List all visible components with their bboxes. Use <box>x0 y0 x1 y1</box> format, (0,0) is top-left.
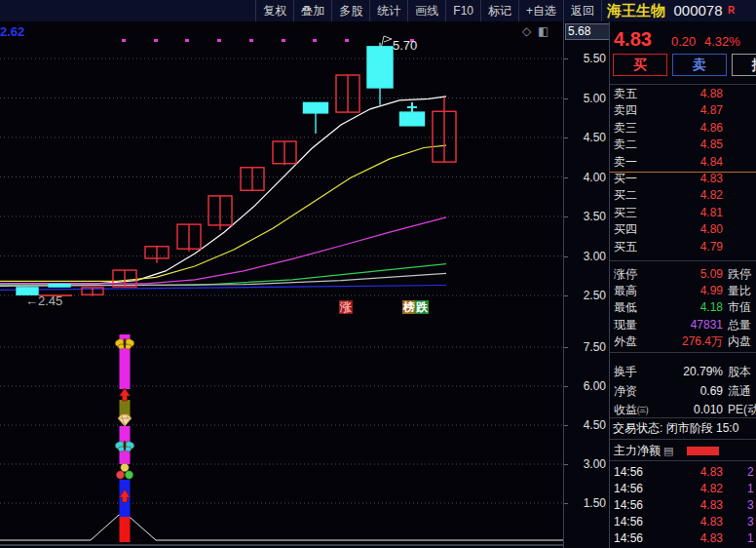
price-axis-column: 5.68 5.505.004.504.003.503.002.507.506.0… <box>563 21 610 548</box>
level-label: 买五 <box>614 239 637 255</box>
stat-label: 现量 <box>614 317 637 333</box>
detail-list-icon[interactable]: ▤ <box>663 445 673 456</box>
level-price: 4.84 <box>653 154 723 171</box>
stat-row: 现量47831总量 <box>610 317 756 333</box>
tick-price: 4.82 <box>653 481 723 497</box>
price-change: 0.20 <box>671 34 696 49</box>
candle <box>304 102 328 113</box>
tick-volume-clipped: 2 <box>747 464 754 481</box>
indicator-segment <box>120 400 131 416</box>
toolbar-item-叠加[interactable]: 叠加 <box>293 0 331 21</box>
stat-row: 最低4.18市值 <box>610 299 756 316</box>
toolbar-item-+自选[interactable]: +自选 <box>518 0 563 21</box>
indicator-value-label: 2.62 <box>0 24 24 39</box>
tick-volume-clipped: 3 <box>747 497 754 514</box>
price-tick-label: 3.50 <box>567 210 606 223</box>
indicator-chart-panel[interactable] <box>0 314 563 546</box>
stat-label: 净资 <box>614 383 637 400</box>
level-label: 卖一 <box>614 154 637 171</box>
indicator-tick-label: 4.50 <box>567 418 606 432</box>
trade-button-卖[interactable]: 卖 <box>672 54 727 76</box>
divider <box>610 417 756 418</box>
tick-price: 4.83 <box>653 464 723 481</box>
indicator-tick-label: 6.00 <box>567 379 606 393</box>
candle <box>82 288 103 294</box>
stat-label: 最低 <box>614 299 637 316</box>
tick-row: 14:564.832 <box>610 464 756 481</box>
stat-label: 换手 <box>614 364 637 380</box>
toolbar-item-复权[interactable]: 复权 <box>255 0 293 21</box>
stat-value: 4.18 <box>653 299 723 316</box>
price-tick-label: 2.50 <box>567 289 606 302</box>
stat-label: 最高 <box>614 283 637 299</box>
stock-title: 海王生物 000078 R <box>607 0 735 21</box>
main-force-label: 主力净额 <box>614 444 661 457</box>
trading-app-window: 复权叠加多股统计画线F10标记+自选返回 海王生物 000078 R 2.62 … <box>0 0 756 548</box>
level-price: 4.82 <box>653 187 723 204</box>
toolbar-item-标记[interactable]: 标记 <box>480 0 518 21</box>
order-level-row: 卖四4.87 <box>610 102 756 119</box>
candle <box>273 141 296 164</box>
stat-value: 0.010 <box>653 402 723 418</box>
stat-label-right: 内盘 <box>728 333 751 350</box>
candlestick-chart: 5.70←2.45 <box>0 21 563 314</box>
trade-button-撤[interactable]: 撤 <box>732 54 756 76</box>
price-tick-label: 4.50 <box>567 131 606 144</box>
price-tick-label: 3.00 <box>567 250 606 263</box>
tick-row: 14:564.831 <box>610 530 756 547</box>
tick-price: 4.83 <box>653 530 723 547</box>
candle <box>367 47 393 88</box>
price-change-percent: 4.32% <box>704 34 740 49</box>
trade-button-买[interactable]: 买 <box>613 54 667 76</box>
rank-badge-涨[interactable]: 涨 <box>339 300 353 314</box>
level-label: 买三 <box>614 205 637 221</box>
candlestick-chart-panel[interactable]: 2.62 5.70←2.45 ◇◧涨榜跌 <box>0 21 563 315</box>
rank-badge-榜[interactable]: 榜 <box>402 300 416 314</box>
toolbar-item-F10[interactable]: F10 <box>445 0 480 21</box>
diamond-gem-icon <box>118 414 132 426</box>
indicator-tick-label: 3.00 <box>567 457 606 471</box>
tick-time: 14:56 <box>614 481 643 497</box>
last-price: 4.83 <box>614 28 652 51</box>
stat-label-right: 流通 <box>728 383 751 400</box>
stat-label-right: PE(动 <box>728 402 756 418</box>
cyan-butterfly-icon <box>114 440 135 451</box>
diamond-icon[interactable]: ◇ <box>522 24 531 38</box>
price-tick-label: 5.00 <box>567 92 606 105</box>
stat-row: 收益㈢0.010PE(动 <box>610 402 756 418</box>
level-price: 4.86 <box>653 120 723 137</box>
split-pane-icon[interactable]: ◧ <box>538 24 548 38</box>
candle <box>400 112 425 126</box>
tick-time: 14:56 <box>614 530 643 547</box>
main-force-bar <box>687 447 719 455</box>
candle <box>336 75 359 112</box>
trading-status: 交易状态: 闭市阶段 15:0 <box>613 420 756 437</box>
tick-volume-clipped: 1 <box>747 530 754 547</box>
tick-time: 14:56 <box>614 464 643 481</box>
divider <box>610 439 756 440</box>
order-level-row: 买五4.79 <box>610 239 756 255</box>
toolbar-item-画线[interactable]: 画线 <box>407 0 445 21</box>
tick-row: 14:564.833 <box>610 497 756 514</box>
level-label: 买四 <box>614 221 637 238</box>
quote-panel: 4.83 0.20 4.32% 买卖撤 卖五4.88卖四4.87卖三4.86卖二… <box>609 21 756 548</box>
toolbar-item-返回[interactable]: 返回 <box>563 0 602 21</box>
divider <box>610 460 756 461</box>
order-level-row: 买四4.80 <box>610 221 756 238</box>
rank-badge-跌[interactable]: 跌 <box>415 300 429 314</box>
toolbar-item-多股[interactable]: 多股 <box>331 0 369 21</box>
divider <box>610 172 756 173</box>
stat-value: 0.69 <box>653 383 723 400</box>
level-price: 4.81 <box>653 205 723 221</box>
stock-name: 海王生物 <box>607 2 665 19</box>
stat-value: 5.09 <box>653 266 723 283</box>
divider <box>610 84 756 85</box>
stat-row: 涨停5.09跌停 <box>610 266 756 283</box>
stat-row: 外盘276.4万内盘 <box>610 333 756 350</box>
tick-row: 14:564.821 <box>610 481 756 497</box>
toolbar-item-统计[interactable]: 统计 <box>369 0 407 21</box>
margin-flag: R <box>728 5 735 16</box>
tick-time: 14:56 <box>614 497 643 514</box>
level-label: 卖四 <box>614 102 637 119</box>
tick-price: 4.83 <box>653 497 723 514</box>
